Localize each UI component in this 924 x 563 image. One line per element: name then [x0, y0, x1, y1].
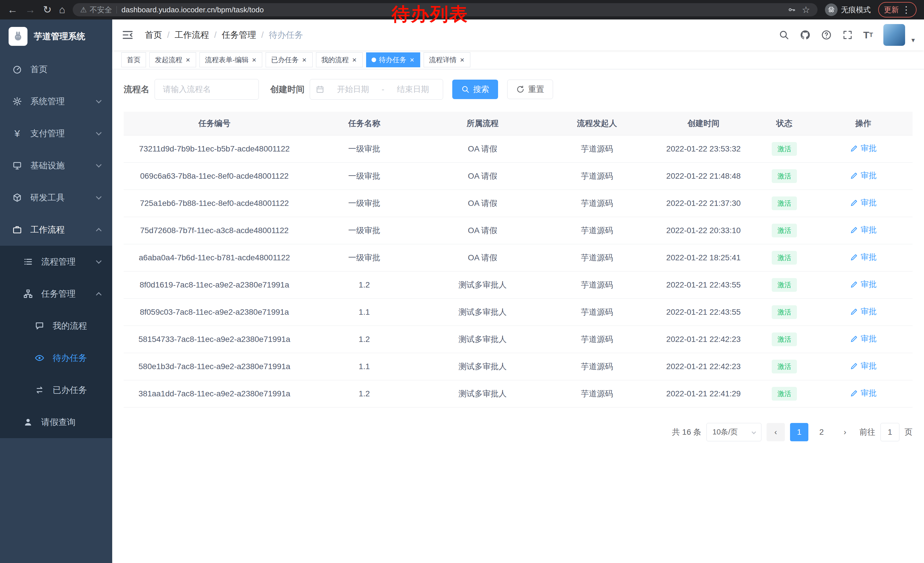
cell-process: 测试多审批人 [423, 353, 542, 380]
tab-close-icon[interactable]: × [251, 56, 257, 63]
sidebar-item-home[interactable]: 首页 [0, 53, 112, 86]
cell-status: 激活 [755, 271, 814, 299]
help-icon[interactable] [821, 30, 832, 41]
bookmark-star-icon[interactable]: ☆ [802, 4, 810, 15]
search-icon[interactable] [778, 30, 789, 41]
approve-link[interactable]: 审批 [850, 306, 877, 317]
approve-link[interactable]: 审批 [850, 333, 877, 344]
table-row: 73211d9d-7b9b-11ec-b5b7-acde48001122 一级审… [124, 135, 912, 162]
cell-created: 2022-01-22 23:53:32 [652, 135, 754, 162]
sidebar-item-system[interactable]: 系统管理 [0, 86, 112, 117]
breadcrumb-item-home[interactable]: 首页 [145, 29, 162, 41]
column-header: 操作 [814, 112, 912, 135]
sidebar-item-done-task[interactable]: 已办任务 [0, 374, 112, 406]
tab[interactable]: 已办任务 × [266, 53, 312, 67]
sidebar-item-dev-tools[interactable]: 研发工具 [0, 182, 112, 214]
breadcrumb-item-workflow[interactable]: 工作流程 [175, 29, 209, 41]
sidebar-item-my-process[interactable]: 我的流程 [0, 310, 112, 342]
browser-forward-icon[interactable]: → [25, 4, 36, 16]
approve-link[interactable]: 审批 [850, 170, 877, 181]
browser-back-icon[interactable]: ← [8, 4, 18, 16]
column-header: 创建时间 [652, 112, 754, 135]
browser-menu-icon[interactable]: ⋮ [902, 4, 911, 15]
approve-link[interactable]: 审批 [850, 225, 877, 236]
tab[interactable]: 流程详情 × [424, 53, 470, 67]
sidebar-item-workflow[interactable]: 工作流程 [0, 214, 112, 246]
url-text: dashboard.yudao.iocoder.cn/bpm/task/todo [122, 6, 264, 14]
tab-close-icon[interactable]: × [352, 56, 357, 63]
sidebar-item-payment[interactable]: ¥ 支付管理 [0, 117, 112, 150]
process-name-input[interactable] [154, 79, 259, 100]
start-date-placeholder[interactable]: 开始日期 [329, 84, 377, 95]
approve-link[interactable]: 审批 [850, 143, 877, 154]
date-range-picker[interactable]: 开始日期 - 结束日期 [310, 79, 443, 100]
cell-process: OA 请假 [423, 135, 542, 162]
org-chart-icon [22, 289, 34, 299]
tab-label: 流程表单-编辑 [205, 55, 249, 65]
sidebar-item-todo-task[interactable]: 待办任务 [0, 342, 112, 374]
tab-close-icon[interactable]: × [302, 56, 307, 63]
sidebar-item-process-mgmt[interactable]: 流程管理 [0, 246, 112, 278]
tabs-bar: 首页 发起流程 × 流程表单-编辑 × 已办任务 × 我的流程 × 待办任务 ×… [112, 50, 924, 69]
page-number-button[interactable]: 1 [790, 423, 808, 441]
avatar-caret-icon[interactable]: ▾ [911, 36, 915, 46]
cell-action: 审批 [814, 299, 912, 326]
tab-close-icon[interactable]: × [185, 56, 190, 63]
key-icon[interactable] [788, 6, 796, 14]
approve-link[interactable]: 审批 [850, 252, 877, 263]
cell-task-name: 1.1 [305, 299, 423, 326]
breadcrumb-item-task-mgmt[interactable]: 任务管理 [222, 29, 256, 41]
rabbit-logo-icon [13, 31, 24, 42]
cell-initiator: 芋道源码 [542, 189, 652, 217]
cell-status: 激活 [755, 189, 814, 217]
sidebar-item-leave-query[interactable]: 请假查询 [0, 406, 112, 438]
address-bar[interactable]: ⚠ 不安全 dashboard.yudao.iocoder.cn/bpm/tas… [73, 3, 818, 17]
browser-reload-icon[interactable]: ↻ [43, 4, 51, 16]
cell-action: 审批 [814, 217, 912, 244]
approve-link[interactable]: 审批 [850, 197, 877, 208]
sidebar-item-infra[interactable]: 基础设施 [0, 150, 112, 182]
browser-home-icon[interactable]: ⌂ [59, 4, 65, 16]
tab[interactable]: 我的流程 × [316, 53, 363, 67]
reset-button[interactable]: 重置 [507, 80, 553, 99]
tab[interactable]: 发起流程 × [149, 53, 196, 67]
sidebar-toggle-icon[interactable] [122, 29, 134, 41]
update-button[interactable]: 更新 ⋮ [878, 2, 916, 18]
end-date-placeholder[interactable]: 结束日期 [389, 84, 437, 95]
cell-status: 激活 [755, 217, 814, 244]
tab[interactable]: 流程表单-编辑 × [200, 53, 262, 67]
approve-link[interactable]: 审批 [850, 360, 877, 371]
cell-created: 2022-01-21 22:42:23 [652, 353, 754, 380]
page-size-select[interactable]: 10条/页 [706, 423, 761, 441]
tab-close-icon[interactable]: × [410, 56, 415, 63]
tab[interactable]: 待办任务 × [366, 53, 420, 67]
swap-arrows-icon [34, 385, 45, 395]
edit-icon [850, 171, 858, 180]
next-page-button[interactable]: › [836, 423, 854, 441]
approve-link[interactable]: 审批 [850, 388, 877, 399]
sidebar: 芋道管理系统 首页 系统管理 ¥ 支付管理 基础设施 [0, 20, 112, 563]
total-count: 共 16 条 [672, 427, 701, 438]
cell-created: 2022-01-22 20:33:10 [652, 217, 754, 244]
page-number-button[interactable]: 2 [812, 423, 831, 441]
avatar[interactable] [884, 24, 905, 46]
app-logo-row[interactable]: 芋道管理系统 [0, 20, 112, 53]
tab-label: 我的流程 [321, 55, 349, 65]
goto-label: 前往 [859, 427, 875, 438]
update-label: 更新 [884, 5, 899, 15]
tab-close-icon[interactable]: × [459, 56, 465, 63]
sidebar-item-task-mgmt[interactable]: 任务管理 [0, 278, 112, 310]
cell-task-id: 58154733-7ac8-11ec-a9e2-a2380e71991a [124, 326, 305, 353]
font-size-icon[interactable]: TT [863, 30, 873, 41]
tab[interactable]: 首页 [122, 53, 146, 67]
cell-process: OA 请假 [423, 217, 542, 244]
search-button[interactable]: 搜索 [452, 80, 498, 99]
approve-link[interactable]: 审批 [850, 279, 877, 290]
github-icon[interactable] [800, 30, 811, 41]
fullscreen-icon[interactable] [842, 30, 853, 41]
cell-task-name: 一级审批 [305, 162, 423, 189]
box-icon [12, 193, 23, 203]
goto-page-input[interactable] [880, 423, 899, 441]
cell-process: OA 请假 [423, 162, 542, 189]
prev-page-button[interactable]: ‹ [766, 423, 785, 441]
